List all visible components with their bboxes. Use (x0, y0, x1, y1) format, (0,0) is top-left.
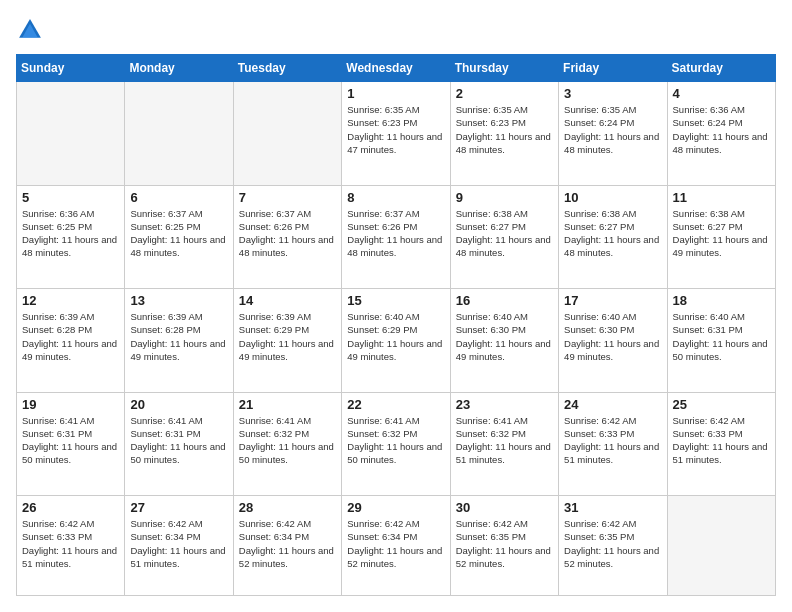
day-number: 10 (564, 190, 661, 205)
calendar-cell: 3Sunrise: 6:35 AM Sunset: 6:24 PM Daylig… (559, 82, 667, 186)
calendar-cell: 29Sunrise: 6:42 AM Sunset: 6:34 PM Dayli… (342, 496, 450, 596)
day-info: Sunrise: 6:41 AM Sunset: 6:31 PM Dayligh… (130, 414, 227, 467)
day-number: 29 (347, 500, 444, 515)
day-info: Sunrise: 6:39 AM Sunset: 6:28 PM Dayligh… (130, 310, 227, 363)
day-info: Sunrise: 6:40 AM Sunset: 6:30 PM Dayligh… (456, 310, 553, 363)
calendar-cell: 26Sunrise: 6:42 AM Sunset: 6:33 PM Dayli… (17, 496, 125, 596)
calendar-cell: 8Sunrise: 6:37 AM Sunset: 6:26 PM Daylig… (342, 185, 450, 289)
calendar-cell: 5Sunrise: 6:36 AM Sunset: 6:25 PM Daylig… (17, 185, 125, 289)
day-number: 15 (347, 293, 444, 308)
calendar-cell: 7Sunrise: 6:37 AM Sunset: 6:26 PM Daylig… (233, 185, 341, 289)
weekday-header-monday: Monday (125, 55, 233, 82)
calendar-week-row: 19Sunrise: 6:41 AM Sunset: 6:31 PM Dayli… (17, 392, 776, 496)
calendar-week-row: 12Sunrise: 6:39 AM Sunset: 6:28 PM Dayli… (17, 289, 776, 393)
day-info: Sunrise: 6:42 AM Sunset: 6:35 PM Dayligh… (456, 517, 553, 570)
day-info: Sunrise: 6:42 AM Sunset: 6:33 PM Dayligh… (22, 517, 119, 570)
calendar-cell (233, 82, 341, 186)
day-info: Sunrise: 6:38 AM Sunset: 6:27 PM Dayligh… (564, 207, 661, 260)
calendar-cell: 31Sunrise: 6:42 AM Sunset: 6:35 PM Dayli… (559, 496, 667, 596)
day-info: Sunrise: 6:41 AM Sunset: 6:32 PM Dayligh… (456, 414, 553, 467)
day-number: 8 (347, 190, 444, 205)
day-number: 13 (130, 293, 227, 308)
calendar-cell: 21Sunrise: 6:41 AM Sunset: 6:32 PM Dayli… (233, 392, 341, 496)
calendar-cell: 9Sunrise: 6:38 AM Sunset: 6:27 PM Daylig… (450, 185, 558, 289)
day-number: 26 (22, 500, 119, 515)
day-info: Sunrise: 6:37 AM Sunset: 6:25 PM Dayligh… (130, 207, 227, 260)
calendar-cell: 20Sunrise: 6:41 AM Sunset: 6:31 PM Dayli… (125, 392, 233, 496)
calendar-cell (17, 82, 125, 186)
calendar-cell: 15Sunrise: 6:40 AM Sunset: 6:29 PM Dayli… (342, 289, 450, 393)
calendar-cell: 25Sunrise: 6:42 AM Sunset: 6:33 PM Dayli… (667, 392, 775, 496)
calendar-cell: 24Sunrise: 6:42 AM Sunset: 6:33 PM Dayli… (559, 392, 667, 496)
day-number: 5 (22, 190, 119, 205)
day-info: Sunrise: 6:42 AM Sunset: 6:34 PM Dayligh… (239, 517, 336, 570)
calendar-week-row: 26Sunrise: 6:42 AM Sunset: 6:33 PM Dayli… (17, 496, 776, 596)
calendar-cell: 6Sunrise: 6:37 AM Sunset: 6:25 PM Daylig… (125, 185, 233, 289)
day-info: Sunrise: 6:35 AM Sunset: 6:24 PM Dayligh… (564, 103, 661, 156)
calendar-table: SundayMondayTuesdayWednesdayThursdayFrid… (16, 54, 776, 596)
day-info: Sunrise: 6:35 AM Sunset: 6:23 PM Dayligh… (456, 103, 553, 156)
day-info: Sunrise: 6:40 AM Sunset: 6:30 PM Dayligh… (564, 310, 661, 363)
day-info: Sunrise: 6:37 AM Sunset: 6:26 PM Dayligh… (239, 207, 336, 260)
day-number: 1 (347, 86, 444, 101)
day-info: Sunrise: 6:42 AM Sunset: 6:33 PM Dayligh… (564, 414, 661, 467)
weekday-header-row: SundayMondayTuesdayWednesdayThursdayFrid… (17, 55, 776, 82)
day-number: 18 (673, 293, 770, 308)
day-info: Sunrise: 6:42 AM Sunset: 6:34 PM Dayligh… (347, 517, 444, 570)
calendar-cell: 14Sunrise: 6:39 AM Sunset: 6:29 PM Dayli… (233, 289, 341, 393)
weekday-header-thursday: Thursday (450, 55, 558, 82)
weekday-header-wednesday: Wednesday (342, 55, 450, 82)
calendar-cell: 28Sunrise: 6:42 AM Sunset: 6:34 PM Dayli… (233, 496, 341, 596)
day-info: Sunrise: 6:42 AM Sunset: 6:34 PM Dayligh… (130, 517, 227, 570)
day-number: 27 (130, 500, 227, 515)
day-number: 2 (456, 86, 553, 101)
calendar-cell: 17Sunrise: 6:40 AM Sunset: 6:30 PM Dayli… (559, 289, 667, 393)
day-number: 17 (564, 293, 661, 308)
calendar-cell (125, 82, 233, 186)
day-number: 9 (456, 190, 553, 205)
day-number: 19 (22, 397, 119, 412)
calendar-cell: 19Sunrise: 6:41 AM Sunset: 6:31 PM Dayli… (17, 392, 125, 496)
day-info: Sunrise: 6:39 AM Sunset: 6:28 PM Dayligh… (22, 310, 119, 363)
calendar-cell: 30Sunrise: 6:42 AM Sunset: 6:35 PM Dayli… (450, 496, 558, 596)
weekday-header-sunday: Sunday (17, 55, 125, 82)
day-info: Sunrise: 6:37 AM Sunset: 6:26 PM Dayligh… (347, 207, 444, 260)
header (16, 16, 776, 44)
day-number: 7 (239, 190, 336, 205)
calendar-cell: 4Sunrise: 6:36 AM Sunset: 6:24 PM Daylig… (667, 82, 775, 186)
calendar-cell: 16Sunrise: 6:40 AM Sunset: 6:30 PM Dayli… (450, 289, 558, 393)
calendar-cell: 2Sunrise: 6:35 AM Sunset: 6:23 PM Daylig… (450, 82, 558, 186)
calendar-cell: 1Sunrise: 6:35 AM Sunset: 6:23 PM Daylig… (342, 82, 450, 186)
day-number: 11 (673, 190, 770, 205)
weekday-header-tuesday: Tuesday (233, 55, 341, 82)
day-number: 30 (456, 500, 553, 515)
day-number: 3 (564, 86, 661, 101)
day-info: Sunrise: 6:35 AM Sunset: 6:23 PM Dayligh… (347, 103, 444, 156)
calendar-cell: 11Sunrise: 6:38 AM Sunset: 6:27 PM Dayli… (667, 185, 775, 289)
page: SundayMondayTuesdayWednesdayThursdayFrid… (0, 0, 792, 612)
logo (16, 16, 48, 44)
day-info: Sunrise: 6:42 AM Sunset: 6:33 PM Dayligh… (673, 414, 770, 467)
day-number: 6 (130, 190, 227, 205)
day-number: 22 (347, 397, 444, 412)
calendar-cell: 18Sunrise: 6:40 AM Sunset: 6:31 PM Dayli… (667, 289, 775, 393)
day-info: Sunrise: 6:38 AM Sunset: 6:27 PM Dayligh… (673, 207, 770, 260)
day-info: Sunrise: 6:38 AM Sunset: 6:27 PM Dayligh… (456, 207, 553, 260)
day-number: 25 (673, 397, 770, 412)
weekday-header-friday: Friday (559, 55, 667, 82)
weekday-header-saturday: Saturday (667, 55, 775, 82)
day-number: 4 (673, 86, 770, 101)
calendar-cell (667, 496, 775, 596)
calendar-cell: 22Sunrise: 6:41 AM Sunset: 6:32 PM Dayli… (342, 392, 450, 496)
day-number: 31 (564, 500, 661, 515)
day-number: 24 (564, 397, 661, 412)
day-info: Sunrise: 6:40 AM Sunset: 6:29 PM Dayligh… (347, 310, 444, 363)
day-info: Sunrise: 6:41 AM Sunset: 6:32 PM Dayligh… (239, 414, 336, 467)
day-info: Sunrise: 6:42 AM Sunset: 6:35 PM Dayligh… (564, 517, 661, 570)
day-info: Sunrise: 6:36 AM Sunset: 6:24 PM Dayligh… (673, 103, 770, 156)
day-number: 20 (130, 397, 227, 412)
day-info: Sunrise: 6:36 AM Sunset: 6:25 PM Dayligh… (22, 207, 119, 260)
day-info: Sunrise: 6:40 AM Sunset: 6:31 PM Dayligh… (673, 310, 770, 363)
calendar-week-row: 5Sunrise: 6:36 AM Sunset: 6:25 PM Daylig… (17, 185, 776, 289)
logo-icon (16, 16, 44, 44)
